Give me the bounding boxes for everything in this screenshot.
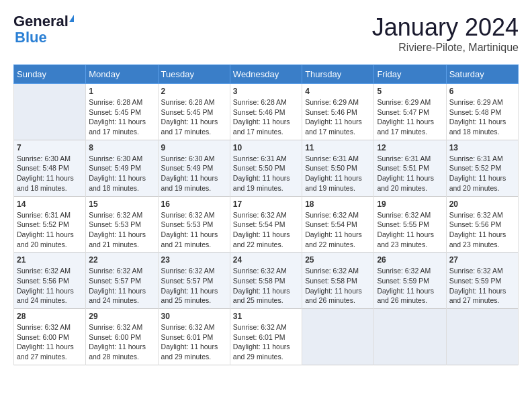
calendar-header-row: SundayMondayTuesdayWednesdayThursdayFrid… xyxy=(14,65,519,84)
day-info: Sunrise: 6:28 AM Sunset: 5:45 PM Dayligh… xyxy=(161,97,227,137)
calendar-cell: 11Sunrise: 6:31 AM Sunset: 5:50 PM Dayli… xyxy=(302,140,374,196)
day-number: 3 xyxy=(233,87,299,96)
day-info: Sunrise: 6:32 AM Sunset: 6:01 PM Dayligh… xyxy=(161,322,227,362)
calendar-cell: 5Sunrise: 6:29 AM Sunset: 5:47 PM Daylig… xyxy=(374,84,446,140)
day-info: Sunrise: 6:31 AM Sunset: 5:50 PM Dayligh… xyxy=(233,154,299,193)
header-thursday: Thursday xyxy=(302,65,374,84)
calendar-cell: 4Sunrise: 6:29 AM Sunset: 5:46 PM Daylig… xyxy=(302,84,374,140)
calendar-cell: 23Sunrise: 6:32 AM Sunset: 5:57 PM Dayli… xyxy=(158,253,230,309)
day-info: Sunrise: 6:32 AM Sunset: 5:56 PM Dayligh… xyxy=(17,266,83,306)
day-number: 30 xyxy=(161,312,227,321)
day-info: Sunrise: 6:30 AM Sunset: 5:49 PM Dayligh… xyxy=(161,154,227,193)
day-number: 2 xyxy=(161,87,227,96)
day-info: Sunrise: 6:32 AM Sunset: 5:54 PM Dayligh… xyxy=(233,210,299,250)
month-title: January 2024 xyxy=(372,13,519,42)
day-number: 11 xyxy=(305,143,371,152)
day-info: Sunrise: 6:31 AM Sunset: 5:51 PM Dayligh… xyxy=(377,154,443,193)
page-header: General Blue January 2024 Riviere-Pilote… xyxy=(13,13,519,54)
day-info: Sunrise: 6:29 AM Sunset: 5:48 PM Dayligh… xyxy=(449,97,515,137)
day-info: Sunrise: 6:32 AM Sunset: 5:59 PM Dayligh… xyxy=(377,266,443,306)
day-info: Sunrise: 6:32 AM Sunset: 5:54 PM Dayligh… xyxy=(305,210,371,250)
calendar-cell: 27Sunrise: 6:32 AM Sunset: 5:59 PM Dayli… xyxy=(446,253,518,309)
day-info: Sunrise: 6:32 AM Sunset: 5:58 PM Dayligh… xyxy=(233,266,299,306)
header-tuesday: Tuesday xyxy=(158,65,230,84)
day-info: Sunrise: 6:32 AM Sunset: 5:57 PM Dayligh… xyxy=(89,266,154,306)
location-subtitle: Riviere-Pilote, Martinique xyxy=(372,42,519,54)
calendar-cell xyxy=(374,309,446,365)
calendar-table: SundayMondayTuesdayWednesdayThursdayFrid… xyxy=(13,64,519,365)
day-info: Sunrise: 6:29 AM Sunset: 5:46 PM Dayligh… xyxy=(305,97,371,137)
day-number: 31 xyxy=(233,312,299,321)
day-info: Sunrise: 6:32 AM Sunset: 6:01 PM Dayligh… xyxy=(233,322,299,362)
day-number: 17 xyxy=(233,199,299,209)
calendar-week-row: 1Sunrise: 6:28 AM Sunset: 5:45 PM Daylig… xyxy=(14,84,519,140)
day-number: 26 xyxy=(377,255,443,265)
day-number: 7 xyxy=(17,143,83,152)
calendar-cell: 14Sunrise: 6:31 AM Sunset: 5:52 PM Dayli… xyxy=(14,196,86,253)
day-number: 23 xyxy=(161,255,227,265)
day-info: Sunrise: 6:31 AM Sunset: 5:52 PM Dayligh… xyxy=(17,210,83,250)
day-number: 15 xyxy=(89,199,154,209)
calendar-week-row: 28Sunrise: 6:32 AM Sunset: 6:00 PM Dayli… xyxy=(14,309,519,365)
day-info: Sunrise: 6:32 AM Sunset: 6:00 PM Dayligh… xyxy=(17,322,83,362)
calendar-cell xyxy=(446,309,518,365)
calendar-cell: 15Sunrise: 6:32 AM Sunset: 5:53 PM Dayli… xyxy=(86,196,158,253)
header-friday: Friday xyxy=(374,65,446,84)
calendar-cell: 20Sunrise: 6:32 AM Sunset: 5:56 PM Dayli… xyxy=(446,196,518,253)
calendar-cell: 17Sunrise: 6:32 AM Sunset: 5:54 PM Dayli… xyxy=(230,196,302,253)
day-info: Sunrise: 6:30 AM Sunset: 5:48 PM Dayligh… xyxy=(17,154,83,193)
day-number: 14 xyxy=(17,199,83,209)
day-number: 22 xyxy=(89,255,154,265)
calendar-cell: 19Sunrise: 6:32 AM Sunset: 5:55 PM Dayli… xyxy=(374,196,446,253)
day-number: 28 xyxy=(17,312,83,321)
header-wednesday: Wednesday xyxy=(230,65,302,84)
calendar-cell: 7Sunrise: 6:30 AM Sunset: 5:48 PM Daylig… xyxy=(14,140,86,196)
calendar-cell: 1Sunrise: 6:28 AM Sunset: 5:45 PM Daylig… xyxy=(86,84,158,140)
day-number: 25 xyxy=(305,255,371,265)
title-area: January 2024 Riviere-Pilote, Martinique xyxy=(372,13,519,54)
day-number: 29 xyxy=(89,312,154,321)
day-info: Sunrise: 6:31 AM Sunset: 5:50 PM Dayligh… xyxy=(305,154,371,193)
day-info: Sunrise: 6:32 AM Sunset: 5:55 PM Dayligh… xyxy=(377,210,443,250)
calendar-cell: 18Sunrise: 6:32 AM Sunset: 5:54 PM Dayli… xyxy=(302,196,374,253)
header-monday: Monday xyxy=(86,65,158,84)
day-number: 13 xyxy=(449,143,515,152)
logo-blue-text: Blue xyxy=(15,29,47,46)
day-info: Sunrise: 6:29 AM Sunset: 5:47 PM Dayligh… xyxy=(377,97,443,137)
day-number: 19 xyxy=(377,199,443,209)
day-number: 6 xyxy=(449,87,515,96)
calendar-cell: 22Sunrise: 6:32 AM Sunset: 5:57 PM Dayli… xyxy=(86,253,158,309)
calendar-cell: 8Sunrise: 6:30 AM Sunset: 5:49 PM Daylig… xyxy=(86,140,158,196)
day-number: 1 xyxy=(89,87,154,96)
day-info: Sunrise: 6:32 AM Sunset: 5:57 PM Dayligh… xyxy=(161,266,227,306)
calendar-cell: 30Sunrise: 6:32 AM Sunset: 6:01 PM Dayli… xyxy=(158,309,230,365)
day-info: Sunrise: 6:32 AM Sunset: 5:56 PM Dayligh… xyxy=(449,210,515,250)
calendar-cell: 16Sunrise: 6:32 AM Sunset: 5:53 PM Dayli… xyxy=(158,196,230,253)
calendar-cell: 28Sunrise: 6:32 AM Sunset: 6:00 PM Dayli… xyxy=(14,309,86,365)
header-sunday: Sunday xyxy=(14,65,86,84)
calendar-week-row: 7Sunrise: 6:30 AM Sunset: 5:48 PM Daylig… xyxy=(14,140,519,196)
calendar-cell xyxy=(302,309,374,365)
day-number: 9 xyxy=(161,143,227,152)
calendar-cell: 26Sunrise: 6:32 AM Sunset: 5:59 PM Dayli… xyxy=(374,253,446,309)
calendar-cell: 25Sunrise: 6:32 AM Sunset: 5:58 PM Dayli… xyxy=(302,253,374,309)
day-number: 5 xyxy=(377,87,443,96)
calendar-cell: 6Sunrise: 6:29 AM Sunset: 5:48 PM Daylig… xyxy=(446,84,518,140)
day-info: Sunrise: 6:32 AM Sunset: 5:59 PM Dayligh… xyxy=(449,266,515,306)
day-number: 12 xyxy=(377,143,443,152)
calendar-cell: 2Sunrise: 6:28 AM Sunset: 5:45 PM Daylig… xyxy=(158,84,230,140)
calendar-week-row: 14Sunrise: 6:31 AM Sunset: 5:52 PM Dayli… xyxy=(14,196,519,253)
calendar-cell: 21Sunrise: 6:32 AM Sunset: 5:56 PM Dayli… xyxy=(14,253,86,309)
day-info: Sunrise: 6:28 AM Sunset: 5:45 PM Dayligh… xyxy=(89,97,154,137)
calendar-cell: 31Sunrise: 6:32 AM Sunset: 6:01 PM Dayli… xyxy=(230,309,302,365)
calendar-cell: 9Sunrise: 6:30 AM Sunset: 5:49 PM Daylig… xyxy=(158,140,230,196)
calendar-cell: 29Sunrise: 6:32 AM Sunset: 6:00 PM Dayli… xyxy=(86,309,158,365)
calendar-cell: 12Sunrise: 6:31 AM Sunset: 5:51 PM Dayli… xyxy=(374,140,446,196)
calendar-cell: 10Sunrise: 6:31 AM Sunset: 5:50 PM Dayli… xyxy=(230,140,302,196)
day-info: Sunrise: 6:32 AM Sunset: 6:00 PM Dayligh… xyxy=(89,322,154,362)
day-info: Sunrise: 6:32 AM Sunset: 5:53 PM Dayligh… xyxy=(89,210,154,250)
day-number: 4 xyxy=(305,87,371,96)
day-info: Sunrise: 6:30 AM Sunset: 5:49 PM Dayligh… xyxy=(89,154,154,193)
day-number: 21 xyxy=(17,255,83,265)
day-info: Sunrise: 6:32 AM Sunset: 5:53 PM Dayligh… xyxy=(161,210,227,250)
